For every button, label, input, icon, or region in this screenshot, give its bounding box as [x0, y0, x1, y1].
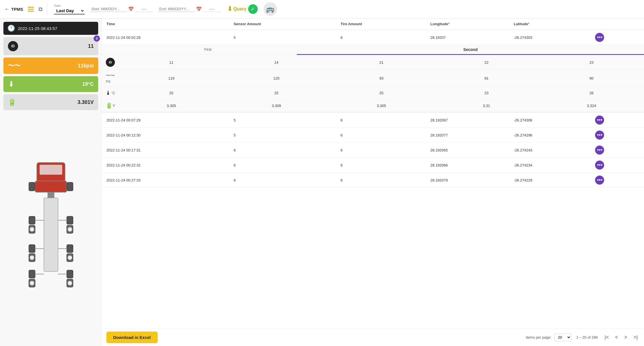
svg-point-25 — [30, 227, 34, 232]
cell-tire-amount: 6 — [336, 158, 426, 173]
datetime-badge: 🕐 2022-11-25 08:43:57 — [3, 22, 98, 35]
svg-rect-12 — [67, 245, 73, 253]
more-button[interactable]: ••• — [595, 33, 604, 42]
svg-rect-7 — [29, 216, 35, 224]
psi-stat-card: 〜〜 116psi — [3, 57, 98, 74]
cell-longitude: 28.192079 — [426, 173, 509, 188]
car-button[interactable]: 🚌 — [263, 2, 277, 16]
sub-data-row: 🌡°C2525252326 — [102, 87, 644, 99]
id-badge: 0 — [94, 35, 100, 42]
app-title: TPMS — [11, 7, 23, 12]
external-link-button[interactable]: ⧉ — [38, 6, 42, 12]
start-calendar-icon[interactable]: 📅 — [128, 7, 134, 12]
svg-rect-6 — [44, 198, 58, 272]
sub-row-icon: 🔋V — [102, 99, 119, 112]
current-datetime: 2022-11-25 08:43:57 — [18, 26, 57, 31]
sub-row-cell: 23 — [434, 88, 539, 98]
svg-rect-2 — [35, 181, 66, 192]
start-date-input[interactable] — [90, 6, 127, 12]
expanded-sub-row: FirstSecondID1114212223〜〜PSI119120939190… — [102, 45, 644, 113]
cell-time: 2022-11-24 00:07:29 — [102, 112, 229, 128]
data-table-wrap: Time Sensor Amount Tire Amount Longitude… — [102, 18, 644, 328]
svg-point-27 — [30, 255, 34, 260]
cell-tire-amount: 6 — [336, 143, 426, 158]
volt-stat-card: 🔋 3.301V — [3, 94, 98, 110]
more-button[interactable]: ••• — [595, 176, 604, 185]
vehicle-diagram — [3, 112, 98, 343]
cell-tire-amount: 6 — [336, 128, 426, 143]
sub-row-cell: 93 — [329, 73, 434, 83]
table-row: 2022-11-24 00:17:31 6 6 28.192065 -26.27… — [102, 143, 644, 158]
end-date-wrap: 📅 — [158, 6, 202, 12]
cell-more: ••• — [591, 173, 644, 188]
more-button[interactable]: ••• — [595, 116, 604, 125]
cell-tire-amount: 6 — [336, 112, 426, 128]
date-select[interactable]: Last Day Last Week Last Month Custom — [54, 7, 85, 14]
prev-page-button[interactable]: < — [613, 333, 620, 341]
col-latitude: Latitude° — [509, 18, 591, 30]
cell-tire-amount: 6 — [336, 173, 426, 188]
sub-row-cell: 3.31 — [434, 101, 539, 111]
sub-row-cell: 26 — [539, 88, 644, 98]
items-per-page-select[interactable]: 20 10 50 100 — [554, 334, 571, 341]
start-time-input[interactable] — [136, 6, 153, 12]
table-body: 2022-11-24 00:02:28 5 6 28.19207 -26.274… — [102, 30, 644, 188]
col-sensor-amount: Sensor Amount — [229, 18, 336, 30]
sub-row-cell: 3.305 — [119, 101, 224, 111]
query-button[interactable]: ⬇ Query — [227, 5, 246, 13]
date-section: Date: Last Day Last Week Last Month Cust… — [54, 4, 85, 14]
query-download-icon: ⬇ — [227, 5, 232, 13]
sub-first-label: First — [119, 45, 297, 55]
psi-icon: 〜〜 — [8, 61, 20, 70]
download-excel-button[interactable]: Download in Excel — [106, 332, 158, 343]
next-page-button[interactable]: > — [622, 333, 629, 341]
end-calendar-icon[interactable]: 📅 — [196, 7, 202, 12]
sub-row-cell: 3.309 — [224, 101, 329, 111]
cell-latitude: -26.274234 — [509, 158, 591, 173]
col-actions — [591, 18, 644, 30]
sub-row-cell: 3.324 — [539, 101, 644, 111]
cell-more: ••• — [591, 158, 644, 173]
back-arrow-icon: ← — [5, 6, 10, 12]
end-time-input[interactable] — [203, 6, 220, 12]
temp-stat-card: 🌡 19°C — [3, 76, 98, 92]
svg-rect-5 — [48, 192, 54, 198]
end-date-input[interactable] — [158, 6, 195, 12]
psi-value: 116psi — [78, 63, 94, 69]
svg-rect-8 — [67, 216, 73, 224]
query-section: ⬇ Query ✓ — [227, 4, 258, 14]
query-success-icon: ✓ — [248, 4, 258, 14]
sub-row-icon: 〜〜PSI — [102, 70, 119, 87]
cell-more: ••• — [591, 112, 644, 128]
svg-rect-11 — [29, 245, 35, 253]
back-button[interactable]: ← TPMS — [5, 6, 23, 12]
data-table: Time Sensor Amount Tire Amount Longitude… — [102, 18, 644, 188]
table-header-row: Time Sensor Amount Tire Amount Longitude… — [102, 18, 644, 30]
volt-value: 3.301V — [78, 99, 94, 105]
more-button[interactable]: ••• — [595, 131, 604, 140]
more-button[interactable]: ••• — [595, 161, 604, 170]
cell-time: 2022-11-24 00:17:31 — [102, 143, 229, 158]
svg-rect-1 — [40, 165, 62, 175]
last-page-button[interactable]: >| — [632, 333, 639, 341]
cell-longitude: 28.192066 — [426, 158, 509, 173]
first-page-button[interactable]: |< — [603, 333, 611, 341]
cell-time: 2022-11-24 00:12:30 — [102, 128, 229, 143]
cell-time: 2022-11-24 00:02:28 — [102, 30, 229, 45]
query-label: Query — [233, 7, 246, 12]
start-date-wrap: 📅 — [90, 6, 134, 12]
svg-rect-15 — [29, 270, 35, 278]
sub-row-cell: 25 — [329, 88, 434, 98]
col-tire-amount: Tire Amount — [336, 18, 426, 30]
cell-more: ••• — [591, 143, 644, 158]
start-datetime-group: 📅 — [90, 6, 153, 12]
svg-rect-4 — [67, 182, 73, 191]
hamburger-menu-button[interactable] — [28, 7, 34, 12]
divider — [47, 3, 47, 15]
sub-row-cell: 14 — [224, 57, 329, 67]
cell-more: ••• — [591, 30, 644, 45]
cell-latitude: -26.274306 — [509, 112, 591, 128]
svg-rect-16 — [67, 270, 73, 278]
more-button[interactable]: ••• — [595, 146, 604, 155]
cell-longitude: 28.192077 — [426, 128, 509, 143]
